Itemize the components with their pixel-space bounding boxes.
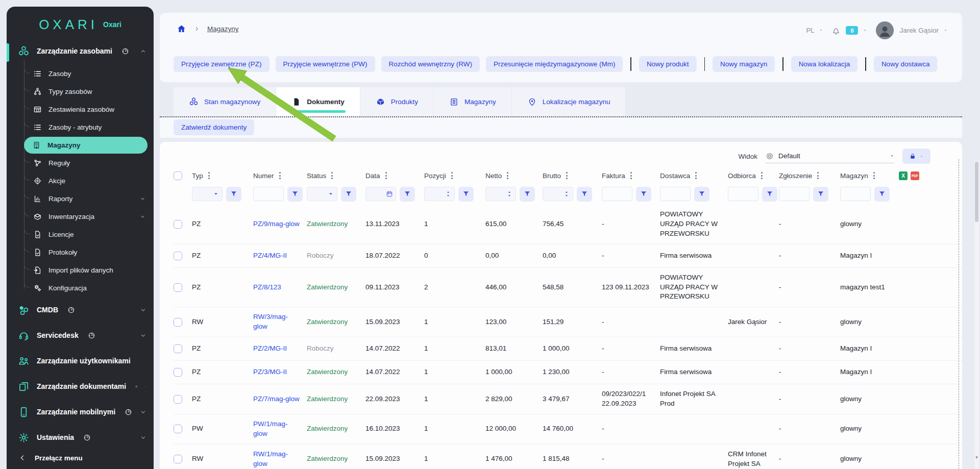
file-check-icon	[33, 248, 42, 257]
row-checkbox[interactable]	[174, 220, 182, 229]
tab-magazyny[interactable]: Magazyny	[434, 87, 512, 116]
action-button-przyjęcie-wewnętrzne-pw[interactable]: Przyjęcie wewnętrzne (PW)	[276, 56, 375, 72]
lock-view-button[interactable]	[902, 149, 930, 164]
filter-input-magazyn[interactable]	[840, 187, 871, 201]
filter-input-status[interactable]	[307, 187, 337, 201]
column-menu-icon[interactable]	[629, 171, 633, 180]
filter-input-numer[interactable]	[253, 187, 284, 201]
approve-documents-button[interactable]: Zatwierdź dokumenty	[174, 119, 254, 135]
action-button-nowa-lokalizacja[interactable]: Nowa lokalizacja	[791, 56, 858, 72]
row-checkbox[interactable]	[174, 283, 182, 292]
tab-stan-magazynowy[interactable]: Stan magazynowy	[174, 87, 276, 116]
column-menu-icon[interactable]	[330, 171, 334, 180]
funnel-icon[interactable]	[577, 187, 592, 202]
column-menu-icon[interactable]	[694, 171, 698, 180]
funnel-icon[interactable]	[226, 187, 241, 202]
column-menu-icon[interactable]	[506, 171, 509, 180]
sidebar-section-zarządzanie-użytkownikami[interactable]: Zarządzanie użytkownikami	[7, 348, 154, 374]
action-button-nowy-magazyn[interactable]: Nowy magazyn	[713, 56, 775, 72]
notification-badge[interactable]: 0	[846, 26, 858, 35]
row-checkbox[interactable]	[174, 318, 182, 327]
filter-input-brutto[interactable]	[543, 187, 573, 201]
filter-input-odbiorca[interactable]	[728, 187, 758, 201]
action-button-nowy-dostawca[interactable]: Nowy dostawca	[874, 56, 938, 72]
avatar[interactable]	[876, 21, 894, 39]
column-menu-icon[interactable]	[207, 171, 211, 180]
column-menu-icon[interactable]	[565, 171, 569, 180]
funnel-icon[interactable]	[762, 187, 777, 202]
row-checkbox[interactable]	[174, 368, 182, 377]
filter-numer	[253, 187, 307, 202]
column-menu-icon[interactable]	[872, 171, 876, 180]
caret-down-icon	[863, 28, 867, 33]
cell-numer[interactable]: RW/1/mag-glow	[253, 450, 307, 469]
filter-input-data[interactable]	[365, 187, 396, 201]
scrollbar-thumb[interactable]	[975, 162, 978, 222]
sidebar-item-konfiguracja[interactable]: Konfiguracja	[7, 279, 154, 297]
menu-toggle-button[interactable]: Przełącz menu	[7, 447, 154, 469]
action-button-przyjęcie-zewnętrzne-pz[interactable]: Przyjęcie zewnętrzne (PZ)	[174, 56, 270, 72]
language-selector[interactable]: PL	[806, 27, 815, 34]
scrollbar-down-arrow[interactable]: ▾	[974, 455, 979, 460]
tab-lokalizacje-magazynu[interactable]: Lokalizacje magazynu	[512, 87, 626, 116]
cell-netto: 12 000,00	[485, 424, 543, 434]
hexagons-icon	[18, 45, 30, 57]
funnel-icon[interactable]	[458, 187, 474, 202]
filter-input-netto[interactable]	[485, 187, 516, 201]
column-menu-icon[interactable]	[384, 171, 388, 180]
tab-produkty[interactable]: Produkty	[360, 87, 434, 116]
select-all-checkbox[interactable]	[174, 171, 182, 180]
cell-pozycji: 2	[424, 283, 485, 292]
filter-input-dostawca[interactable]	[660, 187, 691, 201]
row-checkbox[interactable]	[174, 455, 182, 463]
cell-numer[interactable]: RW/3/mag-glow	[253, 312, 307, 332]
funnel-icon[interactable]	[287, 187, 303, 202]
filter-input-faktura[interactable]	[602, 187, 632, 201]
view-select[interactable]: Default	[766, 149, 894, 163]
action-button-przesunięcie-międzymagazynowe-mm[interactable]: Przesunięcie międzymagazynowe (Mm)	[486, 56, 623, 72]
caret-down-icon[interactable]	[943, 28, 948, 33]
row-checkbox[interactable]	[174, 344, 182, 353]
column-menu-icon[interactable]	[450, 171, 454, 180]
funnel-icon[interactable]	[874, 187, 890, 202]
action-button-nowy-produkt[interactable]: Nowy produkt	[639, 56, 697, 72]
cell-numer[interactable]: PZ/9/mag-glow	[253, 219, 307, 229]
filter-input-zgłoszenie[interactable]	[779, 187, 810, 201]
filter-input-typ[interactable]	[192, 187, 223, 201]
cell-numer[interactable]: PZ/8/123	[253, 283, 307, 292]
column-menu-icon[interactable]	[816, 171, 820, 180]
cell-numer[interactable]: PZ/2/MG-II	[253, 344, 307, 354]
cell-numer[interactable]: PZ/7/mag-glow	[253, 394, 307, 404]
grid-icon	[33, 105, 42, 114]
home-icon[interactable]	[177, 24, 186, 34]
cell-numer[interactable]: PW/1/mag-glow	[253, 419, 307, 439]
excel-export-icon[interactable]: X	[899, 171, 908, 180]
filter-input-pozycji[interactable]	[424, 187, 455, 201]
filter-magazyn	[840, 187, 899, 202]
funnel-icon[interactable]	[636, 187, 651, 202]
cell-numer[interactable]: PZ/4/MG-II	[253, 251, 307, 261]
column-menu-icon[interactable]	[760, 171, 764, 180]
funnel-icon[interactable]	[694, 187, 709, 202]
bell-icon[interactable]	[831, 26, 841, 36]
cell-numer[interactable]: PZ/3/MG-II	[253, 367, 307, 377]
sidebar-section-zarządzanie-dokumentami[interactable]: Zarządzanie dokumentami	[7, 374, 154, 399]
funnel-icon[interactable]	[400, 187, 415, 202]
row-checkbox[interactable]	[174, 425, 182, 433]
funnel-icon[interactable]	[813, 187, 828, 202]
sidebar-item-zasoby-atrybuty[interactable]: Zasoby - atrybuty	[7, 118, 154, 136]
row-checkbox[interactable]	[174, 395, 182, 404]
action-button-rozchód-wewnętrzny-rw[interactable]: Rozchód wewnętrzny (RW)	[381, 56, 480, 72]
vertical-scrollbar[interactable]: ▾	[974, 161, 979, 469]
tab-dokumenty[interactable]: Dokumenty	[276, 87, 360, 116]
funnel-icon[interactable]	[341, 187, 356, 202]
pdf-export-icon[interactable]: PDF	[911, 171, 919, 180]
sidebar-section-servicedesk[interactable]: Servicedesk	[7, 323, 154, 348]
sidebar-item-magazyny[interactable]: Magazyny	[24, 137, 148, 154]
row-checkbox[interactable]	[174, 252, 182, 260]
sidebar-section-cmdb[interactable]: CMDB	[7, 297, 154, 323]
sidebar-section-zarządzanie-mobilnymi[interactable]: Zarządzanie mobilnymi	[7, 399, 154, 425]
breadcrumb-current[interactable]: Magazyny	[207, 25, 239, 33]
funnel-icon[interactable]	[520, 187, 535, 202]
column-menu-icon[interactable]	[278, 171, 282, 180]
